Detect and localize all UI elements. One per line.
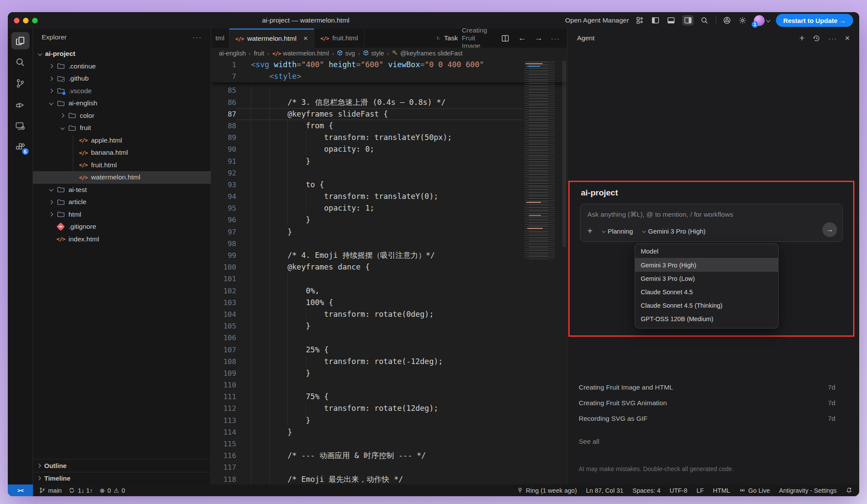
cursor-position[interactable]: Ln 87, Col 31: [586, 487, 623, 494]
indentation-setting[interactable]: Spaces: 4: [632, 487, 661, 494]
tree-item-fruit.html[interactable]: </>fruit.html: [33, 159, 211, 172]
tree-item-watermelon.html[interactable]: </>watermelon.html: [33, 171, 211, 184]
git-blame-item[interactable]: Ring (1 week ago): [517, 487, 577, 494]
go-live-item[interactable]: Go Live: [739, 487, 770, 494]
model-option[interactable]: Claude Sonnet 4.5: [635, 285, 778, 299]
send-button[interactable]: →: [822, 222, 837, 237]
editor-more-icon[interactable]: ···: [551, 35, 560, 42]
remote-explorer-icon[interactable]: [11, 117, 29, 134]
timeline-section[interactable]: Timeline: [33, 472, 211, 485]
close-panel-icon[interactable]: ×: [845, 33, 850, 43]
tree-item-.vscode[interactable]: .vscode: [33, 85, 211, 98]
model-option[interactable]: Gemini 3 Pro (Low): [635, 272, 778, 285]
language-mode[interactable]: HTML: [713, 487, 730, 494]
eol-setting[interactable]: LF: [697, 487, 704, 494]
model-dropdown-trigger[interactable]: Gemini 3 Pro (High): [642, 228, 706, 235]
tree-item-html[interactable]: html: [33, 208, 211, 221]
folder-icon: [56, 62, 65, 70]
remote-indicator[interactable]: ><: [8, 484, 33, 496]
split-editor-icon[interactable]: [501, 34, 510, 43]
close-tab-icon[interactable]: ×: [303, 34, 308, 43]
open-agent-manager-button[interactable]: Open Agent Manager: [565, 16, 629, 24]
tree-item-ai-english[interactable]: ai-english: [33, 97, 211, 110]
folder-icon: [68, 112, 76, 120]
code-editor[interactable]: 1<svg width="400" height="600" viewBox="…: [211, 59, 567, 484]
git-branch-item[interactable]: main: [39, 487, 62, 494]
tree-item-.continue[interactable]: .continue: [33, 60, 211, 73]
minimap[interactable]: [523, 59, 560, 262]
task-tab[interactable]: Task Creating Fruit Image: [430, 29, 501, 48]
task-row[interactable]: Creating Fruit SVG Animation7d: [567, 395, 859, 411]
encoding-setting[interactable]: UTF-8: [670, 487, 688, 494]
model-option[interactable]: Claude Sonnet 4.5 (Thinking): [635, 299, 778, 312]
tree-item-index.html[interactable]: </>index.html: [33, 233, 211, 246]
outline-section[interactable]: Outline: [33, 459, 211, 472]
history-icon[interactable]: [812, 34, 821, 43]
explorer-icon[interactable]: [11, 32, 29, 49]
breadcrumb-item[interactable]: fruit: [254, 50, 264, 57]
planning-dropdown[interactable]: Planning: [602, 228, 633, 235]
see-all-link[interactable]: See all: [579, 438, 599, 445]
account-menu[interactable]: 1: [754, 15, 769, 26]
tree-item-label: html: [68, 211, 81, 218]
tree-item-label: apple.html: [91, 137, 122, 144]
task-row[interactable]: Recording SVG as GIF7d: [567, 411, 859, 426]
chevron-right-icon: [49, 212, 53, 217]
model-dropdown-menu: Model Gemini 3 Pro (High)Gemini 3 Pro (L…: [635, 244, 779, 328]
tree-item-.gitignore[interactable]: .gitignore: [33, 221, 211, 233]
code-line: 110: [211, 379, 567, 391]
agent-more-icon[interactable]: ···: [828, 35, 838, 42]
settings-item[interactable]: Antigravity - Settings: [779, 487, 837, 494]
minimize-window-button[interactable]: [23, 18, 29, 23]
breadcrumb-item[interactable]: style: [363, 50, 384, 57]
toggle-left-panel-icon[interactable]: [651, 16, 660, 25]
tab-watermelon[interactable]: </> watermelon.html ×: [229, 29, 314, 48]
tree-item-.github[interactable]: .github: [33, 72, 211, 85]
tree-item-ai-test[interactable]: ai-test: [33, 184, 211, 196]
navigate-back-icon[interactable]: ←: [518, 33, 526, 43]
tab-fruit[interactable]: </> fruit.html: [314, 29, 365, 48]
attach-icon[interactable]: +: [587, 226, 593, 236]
breadcrumb-item[interactable]: ai-english: [219, 50, 246, 57]
agent-panel-title: Agent: [577, 34, 595, 42]
breadcrumb-item[interactable]: svg: [337, 50, 355, 57]
close-window-button[interactable]: [14, 18, 20, 23]
explorer-more-icon[interactable]: ···: [193, 33, 202, 41]
chevron-down-icon: [49, 101, 53, 105]
sync-item[interactable]: 1↓ 1↑: [68, 487, 93, 494]
search-icon[interactable]: [700, 16, 709, 25]
toggle-bottom-panel-icon[interactable]: [667, 16, 676, 25]
sticky-line: 7 <style>: [211, 71, 567, 82]
restart-to-update-button[interactable]: Restart to Update →: [776, 14, 853, 27]
task-row[interactable]: Creating Fruit Image and HTML7d: [567, 380, 859, 395]
layout-grid-icon[interactable]: [636, 16, 645, 25]
extensions-icon[interactable]: 5: [11, 138, 29, 156]
bell-icon[interactable]: [846, 487, 852, 494]
tab-label: watermelon.html: [247, 35, 297, 42]
tree-item-article[interactable]: article: [33, 196, 211, 208]
editor-scrollbar[interactable]: [561, 59, 567, 484]
maximize-window-button[interactable]: [32, 18, 38, 23]
tree-item-fruit[interactable]: fruit: [33, 122, 211, 134]
tree-item-banana.html[interactable]: </>banana.html: [33, 146, 211, 159]
gear-icon[interactable]: [738, 16, 747, 25]
toggle-right-panel-icon[interactable]: [682, 15, 694, 26]
navigate-forward-icon[interactable]: →: [535, 33, 543, 43]
model-option[interactable]: Gemini 3 Pro (High): [635, 258, 778, 272]
browser-icon[interactable]: [723, 16, 732, 25]
breadcrumb-item[interactable]: @keyframes slideFast: [392, 50, 463, 57]
tree-item-ai-project[interactable]: ai-project: [33, 48, 211, 60]
run-debug-icon[interactable]: [11, 96, 29, 113]
problems-item[interactable]: ⊗ 0 ⚠ 0: [100, 487, 125, 494]
breadcrumb-separator: ›: [249, 50, 251, 57]
tree-item-apple.html[interactable]: </>apple.html: [33, 134, 211, 147]
tree-item-color[interactable]: color: [33, 110, 211, 122]
new-chat-icon[interactable]: +: [799, 33, 805, 43]
search-sidebar-icon[interactable]: [11, 53, 29, 71]
breadcrumb-item[interactable]: </>watermelon.html: [272, 50, 329, 57]
scrollbar-thumb[interactable]: [562, 61, 566, 247]
source-control-icon[interactable]: [11, 75, 29, 92]
agent-input[interactable]: Ask anything (⌘L), @ to mention, / for w…: [580, 204, 843, 242]
tab-partial[interactable]: tml: [211, 29, 229, 48]
model-option[interactable]: GPT-OSS 120B (Medium): [635, 312, 778, 325]
